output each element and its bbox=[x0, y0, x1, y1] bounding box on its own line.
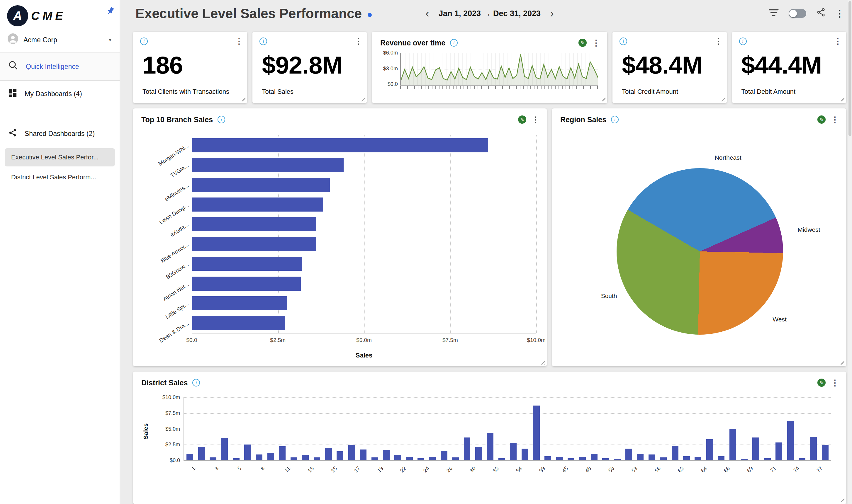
bar[interactable] bbox=[244, 445, 251, 460]
bar[interactable] bbox=[233, 458, 239, 460]
vertical-scrollbar[interactable] bbox=[848, 0, 852, 504]
bar[interactable] bbox=[371, 457, 378, 460]
info-icon[interactable] bbox=[260, 37, 267, 45]
resize-handle[interactable] bbox=[540, 359, 545, 364]
resize-handle[interactable] bbox=[360, 96, 365, 102]
edit-chart-icon[interactable] bbox=[817, 115, 826, 124]
bar[interactable] bbox=[822, 445, 829, 460]
next-period-button[interactable]: › bbox=[550, 8, 554, 19]
resize-handle[interactable] bbox=[720, 96, 725, 102]
bar[interactable] bbox=[660, 457, 667, 460]
bar[interactable] bbox=[787, 421, 794, 460]
info-icon[interactable] bbox=[739, 37, 747, 45]
bar[interactable] bbox=[741, 459, 748, 460]
bar[interactable] bbox=[360, 450, 367, 460]
bar[interactable] bbox=[464, 437, 471, 460]
bar[interactable] bbox=[192, 316, 285, 330]
sidebar-item-executive-dashboard[interactable]: Executive Level Sales Perfor... bbox=[5, 148, 115, 166]
resize-handle[interactable] bbox=[839, 359, 845, 364]
bar[interactable] bbox=[192, 158, 343, 172]
bar[interactable] bbox=[406, 457, 413, 460]
acme-logo[interactable]: A CME bbox=[7, 5, 66, 26]
bar[interactable] bbox=[579, 457, 586, 460]
filter-icon[interactable] bbox=[769, 8, 779, 19]
edit-chart-icon[interactable] bbox=[579, 39, 587, 47]
kebab-menu-icon[interactable] bbox=[831, 378, 839, 388]
bar[interactable] bbox=[718, 456, 725, 460]
bar[interactable] bbox=[799, 458, 805, 460]
bar[interactable] bbox=[521, 449, 528, 460]
bar[interactable] bbox=[706, 439, 713, 460]
bar[interactable] bbox=[487, 433, 493, 460]
bar[interactable] bbox=[614, 459, 621, 460]
info-icon[interactable] bbox=[611, 116, 619, 123]
bar[interactable] bbox=[752, 437, 759, 460]
kebab-menu-icon[interactable] bbox=[714, 36, 723, 46]
bar[interactable] bbox=[637, 454, 644, 460]
bar[interactable] bbox=[267, 453, 274, 460]
bar[interactable] bbox=[192, 138, 488, 152]
bar[interactable] bbox=[672, 446, 678, 460]
prev-period-button[interactable]: ‹ bbox=[425, 8, 429, 19]
bar[interactable] bbox=[568, 458, 574, 460]
resize-handle[interactable] bbox=[240, 96, 245, 102]
quick-intelligence-nav[interactable]: Quick Intelligence bbox=[0, 52, 120, 81]
bar[interactable] bbox=[498, 458, 505, 460]
bar[interactable] bbox=[192, 296, 287, 310]
bar[interactable] bbox=[510, 443, 517, 460]
info-icon[interactable] bbox=[140, 37, 148, 45]
kebab-menu-icon[interactable] bbox=[532, 115, 540, 124]
kebab-menu-icon[interactable] bbox=[592, 38, 600, 48]
my-dashboards-nav[interactable]: My Dashboards (4) bbox=[0, 81, 120, 107]
bar[interactable] bbox=[545, 456, 551, 460]
bar[interactable] bbox=[475, 447, 482, 460]
info-icon[interactable] bbox=[192, 379, 200, 386]
bar[interactable] bbox=[192, 237, 316, 251]
bar[interactable] bbox=[192, 198, 323, 212]
bar[interactable] bbox=[192, 178, 330, 192]
bar[interactable] bbox=[198, 447, 205, 460]
edit-chart-icon[interactable] bbox=[817, 379, 826, 387]
bar[interactable] bbox=[221, 438, 228, 460]
bar[interactable] bbox=[314, 457, 320, 460]
info-icon[interactable] bbox=[620, 37, 627, 45]
resize-handle[interactable] bbox=[600, 96, 605, 102]
kebab-menu-icon[interactable] bbox=[235, 36, 243, 46]
bar[interactable] bbox=[452, 457, 459, 460]
bar[interactable] bbox=[302, 455, 309, 460]
resize-handle[interactable] bbox=[839, 96, 845, 102]
edit-chart-icon[interactable] bbox=[518, 115, 526, 124]
scrollbar-thumb[interactable] bbox=[849, 1, 851, 136]
bar[interactable] bbox=[394, 455, 401, 460]
bar[interactable] bbox=[649, 454, 655, 460]
kebab-menu-icon[interactable] bbox=[354, 36, 363, 46]
bar[interactable] bbox=[556, 457, 563, 460]
revenue-line-chart[interactable] bbox=[400, 53, 598, 86]
bar[interactable] bbox=[192, 257, 302, 271]
bar[interactable] bbox=[533, 406, 540, 460]
region-pie-chart[interactable] bbox=[617, 168, 783, 335]
bar[interactable] bbox=[441, 451, 447, 460]
bar[interactable] bbox=[256, 454, 263, 460]
bar[interactable] bbox=[764, 458, 771, 460]
bar[interactable] bbox=[591, 454, 598, 460]
bar[interactable] bbox=[210, 457, 216, 460]
date-range[interactable]: Jan 1, 2023 → Dec 31, 2023 bbox=[439, 9, 540, 18]
bar[interactable] bbox=[383, 450, 390, 460]
bar[interactable] bbox=[683, 456, 690, 460]
bar[interactable] bbox=[337, 451, 343, 460]
toggle-switch[interactable] bbox=[789, 9, 806, 18]
bar[interactable] bbox=[192, 217, 316, 231]
bar[interactable] bbox=[187, 454, 193, 460]
sidebar-item-district-dashboard[interactable]: District Level Sales Perform... bbox=[5, 168, 115, 186]
bar[interactable] bbox=[695, 457, 701, 460]
kebab-menu-icon[interactable] bbox=[836, 9, 844, 18]
bar[interactable] bbox=[192, 276, 301, 291]
bar[interactable] bbox=[325, 448, 332, 460]
share-icon[interactable] bbox=[816, 7, 826, 19]
info-icon[interactable] bbox=[217, 116, 225, 123]
bar[interactable] bbox=[810, 437, 817, 460]
bar[interactable] bbox=[290, 457, 297, 460]
kebab-menu-icon[interactable] bbox=[834, 36, 842, 46]
org-selector[interactable]: Acme Corp ▾ bbox=[0, 29, 120, 52]
